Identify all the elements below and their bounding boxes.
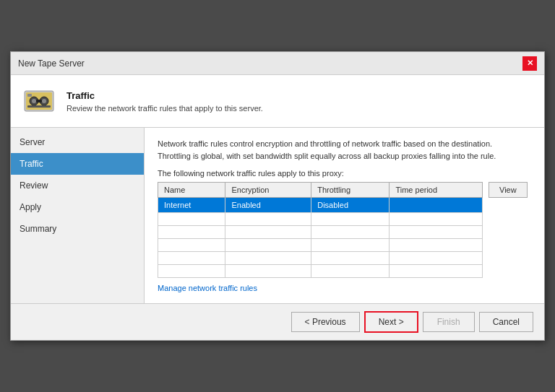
description: Network traffic rules control encryption… [158,138,531,162]
title-bar: New Tape Server ✕ [11,52,544,75]
table-row[interactable]: Internet Enabled Disabled [158,198,483,213]
finish-button[interactable]: Finish [423,312,475,332]
header-text: Traffic Review the network traffic rules… [66,90,263,113]
rules-table: Name Encryption Throttling Time period I… [158,182,483,278]
sidebar: Server Traffic Review Apply Summary [11,128,145,303]
row-name: Internet [158,198,225,213]
next-button[interactable]: Next > [364,311,418,333]
table-header-row: Name Encryption Throttling Time period [158,183,483,198]
col-encryption: Encryption [225,183,311,198]
row-time-period [390,198,483,213]
new-tape-server-dialog: New Tape Server ✕ Traffic Review the net… [10,51,545,341]
svg-rect-8 [27,105,51,108]
close-button[interactable]: ✕ [522,56,537,71]
sidebar-item-server[interactable]: Server [11,131,144,153]
body-area: Server Traffic Review Apply Summary Netw… [11,128,544,303]
cancel-button[interactable]: Cancel [479,312,533,332]
table-wrapper: Name Encryption Throttling Time period I… [158,182,531,278]
col-name: Name [158,183,225,198]
rules-label: The following network traffic rules appl… [158,169,531,178]
svg-rect-6 [36,100,42,103]
tape-server-icon [22,84,56,118]
previous-button[interactable]: < Previous [291,312,360,332]
svg-rect-7 [27,94,32,97]
svg-point-5 [42,99,46,103]
manage-traffic-rules-link[interactable]: Manage network traffic rules [158,284,257,292]
sidebar-item-apply[interactable]: Apply [11,196,144,218]
header-title: Traffic [66,90,263,101]
description-line2: Throttling is global, with set bandwidth… [158,152,496,160]
table-empty-row-1 [158,213,483,226]
description-line1: Network traffic rules control encryption… [158,139,492,148]
row-throttling: Disabled [311,198,390,213]
view-button[interactable]: View [489,182,528,198]
svg-point-3 [32,99,36,103]
footer: < Previous Next > Finish Cancel [11,303,544,340]
col-time-period: Time period [390,183,483,198]
table-empty-row-3 [158,239,483,252]
header-subtitle: Review the network traffic rules that ap… [66,104,263,113]
col-throttling: Throttling [311,183,390,198]
table-empty-row-5 [158,265,483,278]
table-empty-row-2 [158,226,483,239]
sidebar-item-summary[interactable]: Summary [11,218,144,240]
main-content: Network traffic rules control encryption… [145,128,544,303]
header-area: Traffic Review the network traffic rules… [11,75,544,128]
sidebar-item-review[interactable]: Review [11,175,144,196]
dialog-title: New Tape Server [18,58,85,69]
table-empty-row-4 [158,252,483,265]
sidebar-item-traffic[interactable]: Traffic [11,153,144,175]
row-encryption: Enabled [225,198,311,213]
